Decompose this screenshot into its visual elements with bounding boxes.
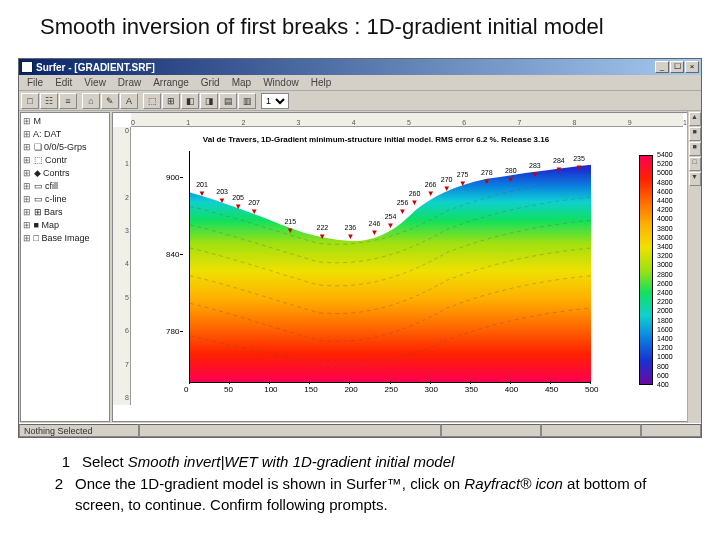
station-marker-icon: ▼ <box>370 227 378 236</box>
document-window: 012345678910 012345678 Val de Travers, 1… <box>112 112 700 422</box>
x-axis-tick: 100 <box>264 385 277 394</box>
station-label: 275 <box>457 171 469 178</box>
colorbar-label: 3400 <box>657 243 673 250</box>
tree-node[interactable]: ⊞ Bars <box>23 206 107 219</box>
colorbar-label: 2600 <box>657 280 673 287</box>
tool-new-icon[interactable]: □ <box>21 93 39 109</box>
tool-home-icon[interactable]: ⌂ <box>82 93 100 109</box>
tool-grid-icon[interactable]: ⊞ <box>162 93 180 109</box>
rt-btn-icon[interactable]: □ <box>689 157 701 171</box>
station-marker-icon: ▼ <box>427 188 435 197</box>
x-axis-tick: 300 <box>425 385 438 394</box>
tool-save-icon[interactable]: ≡ <box>59 93 77 109</box>
station-marker-icon: ▼ <box>575 163 583 172</box>
tree-node[interactable]: □ Base Image <box>23 232 107 245</box>
station-marker-icon: ▼ <box>318 232 326 241</box>
status-selection: Nothing Selected <box>19 424 139 437</box>
menu-edit[interactable]: Edit <box>49 77 78 88</box>
status-empty <box>441 424 541 437</box>
station-label: 256 <box>397 199 409 206</box>
plot-axes: ▼201▼203▼205▼207▼215▼222▼236▼246▼254▼256… <box>189 151 591 383</box>
colorbar-label: 4200 <box>657 206 673 213</box>
tool-align-left-icon[interactable]: ◧ <box>181 93 199 109</box>
station-marker-icon: ▼ <box>411 197 419 206</box>
colorbar-label: 1000 <box>657 353 673 360</box>
menu-grid[interactable]: Grid <box>195 77 226 88</box>
rt-up-icon[interactable]: ▲ <box>689 112 701 126</box>
window-titlebar: Surfer - [GRADIENT.SRF] _ ☐ × <box>19 59 701 75</box>
menu-window[interactable]: Window <box>257 77 305 88</box>
tool-edit-icon[interactable]: ✎ <box>101 93 119 109</box>
colorbar-label: 600 <box>657 372 669 379</box>
tree-node[interactable]: ▭ cfill <box>23 180 107 193</box>
menu-arrange[interactable]: Arrange <box>147 77 195 88</box>
horizontal-ruler: 012345678910 <box>131 113 683 127</box>
station-marker-icon: ▼ <box>443 183 451 192</box>
plot-canvas[interactable]: Val de Travers, 1D-Gradient minimum-stru… <box>131 127 683 405</box>
colorbar-label: 1200 <box>657 344 673 351</box>
rt-btn-icon[interactable]: ■ <box>689 127 701 141</box>
work-area: M A: DAT ❏ 0/0/5-Grps ⬚ Contr ◆ Contrs ▭… <box>19 111 701 423</box>
x-axis-tick: 0 <box>184 385 188 394</box>
color-scale: 5400520050004800460044004200400038003600… <box>639 155 677 385</box>
station-marker-icon: ▼ <box>198 188 206 197</box>
tree-node[interactable]: ⬚ Contr <box>23 154 107 167</box>
station-marker-icon: ▼ <box>250 207 258 216</box>
station-label: 215 <box>284 218 296 225</box>
window-title-text: Surfer - [GRADIENT.SRF] <box>36 62 654 73</box>
station-marker-icon: ▼ <box>399 207 407 216</box>
tool-text-icon[interactable]: A <box>120 93 138 109</box>
menu-map[interactable]: Map <box>226 77 257 88</box>
colorbar-label: 5400 <box>657 151 673 158</box>
tree-node[interactable]: ▭ c-line <box>23 193 107 206</box>
tool-rows-icon[interactable]: ▤ <box>219 93 237 109</box>
tree-node[interactable]: ◆ Contrs <box>23 167 107 180</box>
tree-node[interactable]: ■ Map <box>23 219 107 232</box>
station-marker-icon: ▼ <box>531 170 539 179</box>
tool-cols-icon[interactable]: ▥ <box>238 93 256 109</box>
colorbar-label: 3000 <box>657 261 673 268</box>
station-marker-icon: ▼ <box>507 174 515 183</box>
x-axis-tick: 250 <box>385 385 398 394</box>
instruction-item: 1 Select Smooth invert|WET with 1D-gradi… <box>48 452 680 472</box>
instruction-number: 1 <box>48 452 70 472</box>
tool-open-icon[interactable]: ☷ <box>40 93 58 109</box>
menu-file[interactable]: File <box>21 77 49 88</box>
colorbar-label: 4400 <box>657 197 673 204</box>
colorbar-label: 1800 <box>657 317 673 324</box>
colorbar-label: 5000 <box>657 169 673 176</box>
tree-node[interactable]: A: DAT <box>23 128 107 141</box>
menu-view[interactable]: View <box>78 77 112 88</box>
maximize-button[interactable]: ☐ <box>670 61 684 73</box>
line-weight-select[interactable]: 1 <box>261 93 289 109</box>
tree-node[interactable]: M <box>23 115 107 128</box>
colorbar-label: 4800 <box>657 179 673 186</box>
colorbar-label: 2800 <box>657 271 673 278</box>
instruction-em: Rayfract® icon <box>464 475 563 492</box>
status-bar: Nothing Selected <box>19 423 701 437</box>
rt-btn-icon[interactable]: ■ <box>689 142 701 156</box>
station-label: 201 <box>196 181 208 188</box>
minimize-button[interactable]: _ <box>655 61 669 73</box>
rt-down-icon[interactable]: ▼ <box>689 172 701 186</box>
station-label: 207 <box>248 199 260 206</box>
close-button[interactable]: × <box>685 61 699 73</box>
menu-draw[interactable]: Draw <box>112 77 147 88</box>
x-axis-tick: 150 <box>304 385 317 394</box>
right-toolbar: ▲ ■ ■ □ ▼ <box>687 111 701 423</box>
station-label: 246 <box>369 220 381 227</box>
y-axis-tick: 900 <box>166 173 179 182</box>
velocity-plot: Val de Travers, 1D-Gradient minimum-stru… <box>161 139 591 399</box>
object-manager-panel[interactable]: M A: DAT ❏ 0/0/5-Grps ⬚ Contr ◆ Contrs ▭… <box>20 112 110 422</box>
station-label: 270 <box>441 176 453 183</box>
tree-node[interactable]: ❏ 0/0/5-Grps <box>23 141 107 154</box>
colorbar-label: 4600 <box>657 188 673 195</box>
colorbar-label: 400 <box>657 381 669 388</box>
object-tree[interactable]: M A: DAT ❏ 0/0/5-Grps ⬚ Contr ◆ Contrs ▭… <box>21 113 109 421</box>
colorbar-label: 1400 <box>657 335 673 342</box>
x-axis-tick: 400 <box>505 385 518 394</box>
station-label: 283 <box>529 162 541 169</box>
tool-rect-icon[interactable]: ⬚ <box>143 93 161 109</box>
menu-help[interactable]: Help <box>305 77 338 88</box>
tool-align-right-icon[interactable]: ◨ <box>200 93 218 109</box>
